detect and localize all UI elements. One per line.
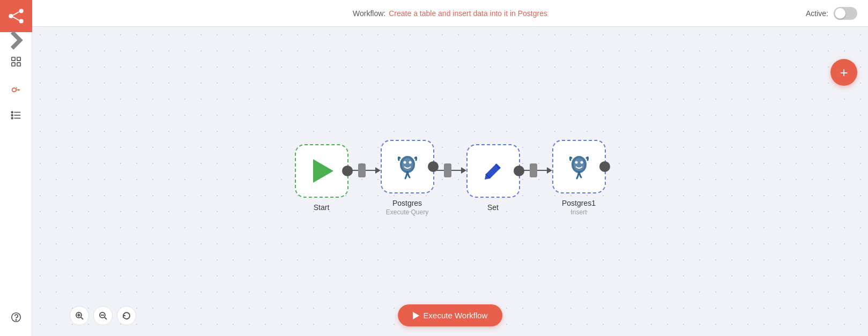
postgres-icon bbox=[394, 152, 421, 180]
execute-workflow-label: Execute Workflow bbox=[424, 311, 488, 320]
main-area: Workflow: Create a table and insert data… bbox=[32, 0, 868, 336]
svg-point-14 bbox=[11, 111, 13, 113]
conn-line-4 bbox=[451, 169, 461, 170]
svg-point-1 bbox=[19, 9, 23, 13]
node-postgres-wrapper: Postgres Execute Query bbox=[381, 139, 434, 215]
node-start[interactable] bbox=[295, 144, 348, 197]
postgres-output-dot[interactable] bbox=[428, 161, 439, 171]
set-output-dot[interactable] bbox=[514, 165, 524, 176]
active-label: Active: bbox=[806, 9, 828, 18]
bottom-toolbar bbox=[70, 306, 136, 325]
start-play-icon bbox=[313, 159, 333, 182]
svg-point-26 bbox=[580, 161, 583, 163]
svg-point-15 bbox=[11, 115, 13, 116]
header-right: Active: bbox=[806, 7, 857, 20]
svg-point-25 bbox=[575, 161, 577, 163]
postgres-sublabel: Execute Query bbox=[386, 208, 428, 215]
set-label: Set bbox=[487, 203, 499, 211]
node-postgres1[interactable] bbox=[552, 139, 606, 193]
svg-line-4 bbox=[13, 17, 19, 20]
svg-rect-8 bbox=[17, 63, 20, 66]
conn-block-3 bbox=[530, 163, 537, 177]
sidebar bbox=[0, 0, 32, 336]
conn-block-2 bbox=[444, 163, 451, 177]
svg-point-16 bbox=[11, 117, 13, 119]
header-center: Workflow: Create a table and insert data… bbox=[353, 9, 547, 18]
svg-line-3 bbox=[13, 12, 19, 15]
svg-rect-6 bbox=[17, 57, 20, 61]
svg-point-9 bbox=[12, 88, 16, 92]
reset-zoom-button[interactable] bbox=[117, 306, 136, 325]
execute-play-icon bbox=[413, 312, 419, 319]
postgres1-icon bbox=[565, 152, 593, 180]
svg-point-21 bbox=[403, 161, 406, 163]
execute-workflow-button[interactable]: Execute Workflow bbox=[398, 304, 503, 326]
toggle-knob bbox=[835, 8, 845, 19]
workflow-area: Start bbox=[295, 139, 606, 215]
start-output-dot[interactable] bbox=[342, 165, 353, 176]
conn-line-2 bbox=[366, 169, 375, 170]
arrow-head-2 bbox=[461, 167, 466, 173]
svg-point-18 bbox=[16, 319, 16, 320]
svg-point-24 bbox=[574, 158, 584, 170]
postgres-label: Postgres bbox=[392, 198, 422, 207]
zoom-in-button[interactable] bbox=[70, 306, 89, 325]
arrow-head-3 bbox=[547, 167, 552, 173]
workflow-title[interactable]: Create a table and insert data into it i… bbox=[389, 9, 547, 18]
connector-set-postgres1 bbox=[520, 163, 552, 177]
node-set-wrapper: Set bbox=[466, 144, 520, 211]
connector-start-postgres bbox=[348, 163, 381, 177]
svg-line-28 bbox=[81, 317, 83, 319]
svg-rect-5 bbox=[11, 57, 14, 61]
postgres1-label: Postgres1 bbox=[562, 198, 596, 207]
svg-point-2 bbox=[19, 19, 23, 24]
postgres1-output-dot[interactable] bbox=[599, 161, 610, 171]
node-start-wrapper: Start bbox=[295, 144, 348, 211]
zoom-out-button[interactable] bbox=[93, 306, 113, 325]
svg-rect-7 bbox=[11, 63, 14, 66]
add-node-button[interactable]: + bbox=[830, 59, 857, 86]
sidebar-item-workflows[interactable] bbox=[0, 48, 32, 75]
arrow-head-1 bbox=[375, 167, 381, 173]
postgres1-sublabel: Insert bbox=[570, 208, 587, 215]
sidebar-item-executions[interactable] bbox=[0, 102, 32, 129]
workflow-canvas[interactable]: + Start bbox=[32, 27, 868, 336]
svg-line-32 bbox=[105, 317, 107, 319]
svg-point-0 bbox=[9, 14, 13, 18]
workflow-label: Workflow: bbox=[353, 9, 385, 18]
sidebar-bottom bbox=[0, 304, 32, 336]
node-postgres1-wrapper: Postgres1 Insert bbox=[552, 139, 606, 215]
sidebar-item-credentials[interactable] bbox=[0, 75, 32, 102]
active-toggle[interactable] bbox=[834, 7, 857, 20]
node-set[interactable] bbox=[466, 144, 520, 197]
sidebar-item-help[interactable] bbox=[0, 304, 32, 331]
svg-point-20 bbox=[402, 158, 413, 170]
start-label: Start bbox=[314, 203, 330, 211]
header: Workflow: Create a table and insert data… bbox=[32, 0, 868, 27]
connector-postgres-set bbox=[434, 163, 466, 177]
set-pencil-icon bbox=[480, 158, 506, 183]
conn-block-1 bbox=[358, 163, 366, 177]
node-postgres[interactable] bbox=[381, 139, 434, 193]
conn-line-6 bbox=[537, 169, 547, 170]
svg-point-22 bbox=[409, 161, 411, 163]
sidebar-expand-arrow[interactable] bbox=[0, 32, 32, 48]
